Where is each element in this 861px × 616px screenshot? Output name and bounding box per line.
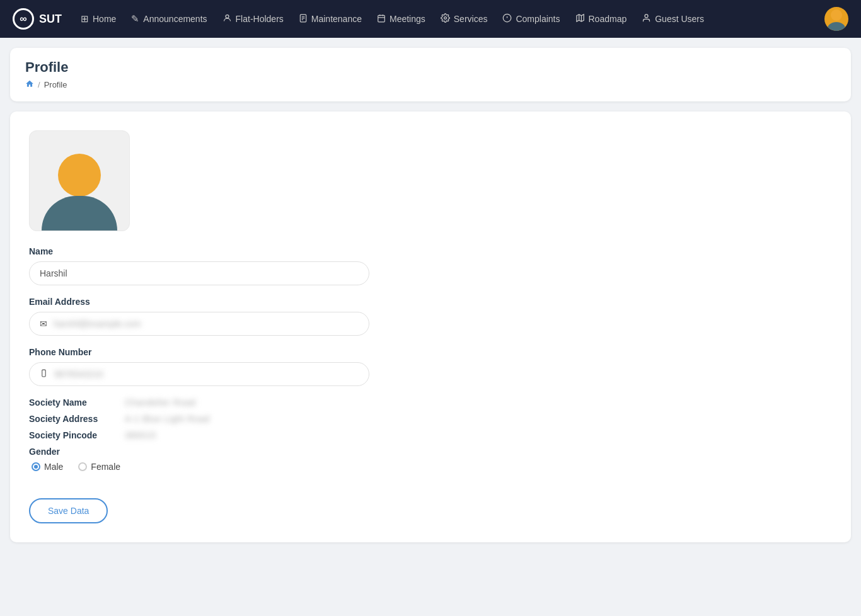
nav-item-meetings[interactable]: Meetings — [371, 10, 432, 28]
nav-menu: ⊞ Home ✎ Announcements Flat-Holders Main… — [74, 9, 824, 28]
breadcrumb: / Profile — [25, 79, 836, 90]
nav-label-announcements: Announcements — [143, 14, 207, 24]
svg-point-0 — [226, 15, 229, 18]
home-icon: ⊞ — [81, 13, 89, 25]
gender-female-label: Female — [91, 462, 120, 472]
society-pincode-row: Society Pincode 380015 — [29, 430, 832, 440]
breadcrumb-separator: / — [38, 80, 40, 89]
flat-holders-icon — [222, 13, 232, 25]
nav-item-guest-users[interactable]: Guest Users — [635, 9, 710, 28]
society-pincode-label: Society Pincode — [29, 430, 117, 440]
nav-label-complaints: Complaints — [516, 14, 560, 24]
nav-item-services[interactable]: Services — [434, 9, 494, 28]
email-input[interactable] — [54, 319, 359, 329]
profile-avatar-container — [29, 130, 130, 231]
gender-label: Gender — [29, 447, 832, 457]
svg-rect-5 — [378, 15, 385, 21]
name-input[interactable] — [40, 268, 359, 278]
brand[interactable]: ∞ SUT — [13, 8, 62, 30]
breadcrumb-home-link[interactable] — [25, 79, 34, 90]
svg-point-17 — [828, 22, 845, 31]
gender-female-radio[interactable] — [78, 462, 87, 471]
navbar: ∞ SUT ⊞ Home ✎ Announcements Flat-Holder… — [0, 0, 861, 38]
services-icon — [441, 13, 450, 25]
profile-avatar — [30, 130, 129, 231]
nav-label-home: Home — [93, 14, 116, 24]
email-label: Email Address — [29, 297, 832, 307]
name-input-wrapper — [29, 261, 369, 285]
gender-male-radio[interactable] — [32, 462, 40, 471]
avatar-head — [58, 154, 101, 197]
gender-field-group: Gender Male Female — [29, 447, 832, 472]
svg-point-16 — [831, 9, 842, 21]
society-address-value: A-1 Blue Light Road — [125, 414, 210, 424]
nav-label-meetings: Meetings — [390, 14, 425, 24]
society-address-row: Society Address A-1 Blue Light Road — [29, 414, 832, 424]
gender-male-label: Male — [44, 462, 63, 472]
svg-point-15 — [645, 14, 648, 18]
name-field-group: Name — [29, 246, 832, 285]
maintenance-icon — [299, 14, 308, 25]
breadcrumb-bar: Profile / Profile — [10, 48, 851, 101]
nav-item-maintenance[interactable]: Maintenance — [292, 10, 368, 28]
nav-label-services: Services — [454, 14, 488, 24]
society-name-label: Society Name — [29, 397, 117, 408]
app-name: SUT — [39, 13, 62, 26]
name-label: Name — [29, 246, 832, 256]
complaints-icon — [502, 13, 512, 25]
svg-point-9 — [444, 17, 446, 20]
email-input-wrapper: ✉ — [29, 312, 369, 336]
phone-icon — [40, 369, 48, 379]
phone-input[interactable] — [54, 369, 359, 379]
page-title: Profile — [25, 59, 836, 76]
announcements-icon: ✎ — [131, 13, 139, 25]
society-address-label: Society Address — [29, 414, 117, 424]
svg-rect-18 — [42, 370, 45, 377]
email-field-group: Email Address ✉ — [29, 297, 832, 336]
society-name-value: Chandelier Road — [125, 397, 196, 408]
nav-label-roadmap: Roadmap — [589, 14, 627, 24]
user-avatar[interactable] — [824, 7, 848, 31]
phone-input-wrapper — [29, 362, 369, 386]
nav-item-home[interactable]: ⊞ Home — [74, 9, 122, 28]
society-name-row: Society Name Chandelier Road — [29, 397, 832, 408]
nav-item-complaints[interactable]: Complaints — [496, 9, 566, 28]
roadmap-icon — [575, 13, 585, 25]
nav-label-guest-users: Guest Users — [655, 14, 704, 24]
breadcrumb-current: Profile — [44, 80, 67, 89]
nav-item-flat-holders[interactable]: Flat-Holders — [216, 9, 290, 28]
gender-male-option[interactable]: Male — [32, 462, 63, 472]
profile-card: Name Email Address ✉ Phone Number Societ… — [10, 111, 851, 542]
gender-options: Male Female — [32, 462, 832, 472]
society-pincode-value: 380015 — [125, 430, 156, 440]
save-button[interactable]: Save Data — [29, 498, 108, 523]
logo-icon: ∞ — [13, 8, 34, 30]
nav-label-maintenance: Maintenance — [311, 14, 362, 24]
phone-label: Phone Number — [29, 347, 832, 357]
meetings-icon — [377, 14, 386, 25]
email-icon: ✉ — [40, 319, 47, 329]
nav-item-announcements[interactable]: ✎ Announcements — [125, 9, 213, 28]
nav-item-roadmap[interactable]: Roadmap — [569, 9, 633, 28]
gender-female-option[interactable]: Female — [78, 462, 120, 472]
avatar-shoulders — [42, 196, 117, 231]
guest-users-icon — [642, 13, 651, 25]
nav-label-flat-holders: Flat-Holders — [236, 14, 284, 24]
phone-field-group: Phone Number — [29, 347, 832, 386]
